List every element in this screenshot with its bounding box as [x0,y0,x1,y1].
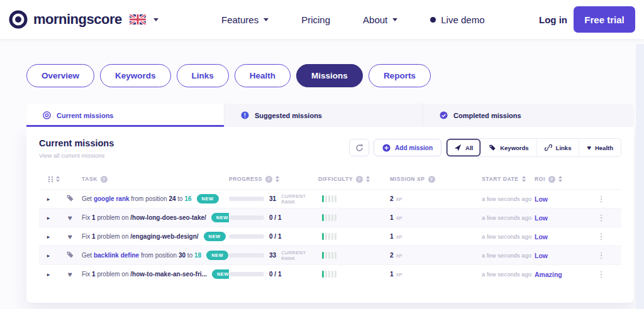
nav-live-demo-label: Live demo [441,14,484,25]
sort-icon [558,176,562,182]
pill-links[interactable]: Links [177,64,229,87]
difficulty-meter [318,252,390,259]
column-progress[interactable]: PROGRESS ? [229,176,318,183]
help-icon[interactable]: ? [356,176,363,183]
mission-task[interactable]: Fix 1 problem on /how-long-does-seo-take… [82,213,229,222]
difficulty-meter [318,214,390,221]
free-trial-button[interactable]: Free trial [574,6,635,33]
info-icon [241,111,249,119]
pill-overview[interactable]: Overview [26,64,94,87]
mission-xp: 2 XP [390,195,482,202]
missions-card: Current missions Suggested missions Comp… [26,104,634,303]
progress-bar [229,272,264,276]
kebab-menu-icon[interactable]: ⋮ [581,251,621,260]
xp-unit: XP [396,197,402,202]
column-task-label: TASK [82,176,97,182]
missions-tabbar: Current missions Suggested missions Comp… [26,104,634,127]
table-header: TASK ? PROGRESS ? DIFFICULTY ? MISSION X… [39,174,621,184]
kebab-menu-icon[interactable]: ⋮ [581,213,621,222]
tab-completed-missions[interactable]: Completed missions [423,104,634,127]
column-grid[interactable] [39,176,82,183]
start-date: a few seconds ago [482,252,535,259]
progress-bar [229,197,264,201]
kebab-menu-icon[interactable]: ⋮ [581,194,621,203]
tab-current-missions-label: Current missions [57,112,113,119]
roi-value[interactable]: Low [535,252,581,259]
kebab-menu-icon[interactable]: ⋮ [581,232,621,241]
column-start-date[interactable]: START DATE [482,176,535,182]
mission-task[interactable]: Get backlink define from position 30 to … [82,251,229,260]
help-icon[interactable]: ? [428,176,435,183]
help-icon[interactable]: ? [101,176,108,183]
filter-health[interactable]: ♥ Health [579,139,621,156]
pill-health[interactable]: Health [235,64,291,87]
roi-value[interactable]: Low [535,195,581,203]
help-icon[interactable]: ? [265,176,272,183]
mission-task[interactable]: Get google rank from position 24 to 16 N… [82,194,229,203]
heart-icon: ♥ [67,232,72,241]
nav-pricing[interactable]: Pricing [301,14,330,25]
roi-value[interactable]: Low [535,214,581,222]
xp-value: 2 [390,195,394,202]
nav-about[interactable]: About [363,14,397,25]
filter-all[interactable]: All [447,139,480,156]
progress-bar [229,215,264,220]
pill-missions[interactable]: Missions [296,64,363,87]
filter-group: All Keywords [446,138,621,157]
morningscore-logo[interactable]: morningscore [9,10,122,29]
filter-links[interactable]: Links [536,139,579,156]
mission-xp: 2 XP [390,252,482,259]
xp-unit: XP [396,215,402,221]
column-mission-xp[interactable]: MISSION XP ? [390,176,482,183]
filter-links-label: Links [556,144,572,151]
language-selector[interactable] [130,14,158,24]
refresh-button[interactable] [349,139,369,156]
chevron-down-icon [392,18,397,21]
brand-name: morningscore [33,11,122,28]
xp-unit: XP [396,272,402,278]
sort-icon [522,176,526,182]
nav-live-demo[interactable]: Live demo [430,14,484,25]
new-badge: NEW [211,213,229,222]
chevron-down-icon [264,18,269,21]
mission-xp: 1 XP [390,233,482,240]
expand-chevron-icon[interactable]: ▸ [39,252,58,259]
mission-row: ▸ ♥ Get backlink define from position 30… [39,246,621,264]
help-icon[interactable]: ? [548,176,555,183]
progress-value: 31 [269,195,276,202]
roi-value[interactable]: Low [535,233,581,241]
filter-keywords[interactable]: Keywords [480,139,536,156]
tab-suggested-missions[interactable]: Suggested missions [224,104,423,127]
new-badge: NEW [212,269,229,279]
log-in-link[interactable]: Log in [539,14,567,25]
xp-value: 2 [390,252,394,259]
expand-chevron-icon[interactable]: ▸ [39,234,58,240]
column-task[interactable]: TASK ? [82,176,229,183]
nav-features[interactable]: Features [221,14,269,25]
kebab-menu-icon[interactable]: ⋮ [581,269,621,279]
tab-current-missions[interactable]: Current missions [26,104,224,127]
expand-chevron-icon[interactable]: ▸ [39,196,58,202]
target-icon [43,111,51,119]
expand-chevron-icon[interactable]: ▸ [39,271,58,278]
column-difficulty[interactable]: DIFFICULTY ? [318,176,390,183]
tag-icon [66,251,74,259]
mission-row: ▸ ♥ Fix 1 problem on /engaging-web-desig… [39,227,621,246]
pill-keywords[interactable]: Keywords [100,64,171,87]
grid-icon [48,176,53,183]
xp-value: 1 [390,214,394,221]
column-mission-xp-label: MISSION XP [390,176,425,182]
add-mission-button[interactable]: Add mission [374,139,441,156]
mission-task[interactable]: Fix 1 problem on /engaging-web-design/ N… [82,232,229,241]
column-difficulty-label: DIFFICULTY [318,176,353,182]
pill-reports[interactable]: Reports [369,64,431,87]
missions-card-body: Current missions View all current missio… [26,127,634,303]
roi-value[interactable]: Amazing [535,271,581,278]
progress-bar [229,234,264,239]
tab-completed-missions-label: Completed missions [453,112,521,119]
card-title: Current missions [39,138,114,148]
mission-task[interactable]: Fix 1 problem on /how-to-make-an-seo-fri… [82,269,229,279]
column-roi[interactable]: ROI ? [535,176,581,183]
expand-chevron-icon[interactable]: ▸ [39,215,58,221]
heart-icon: ♥ [587,144,591,151]
